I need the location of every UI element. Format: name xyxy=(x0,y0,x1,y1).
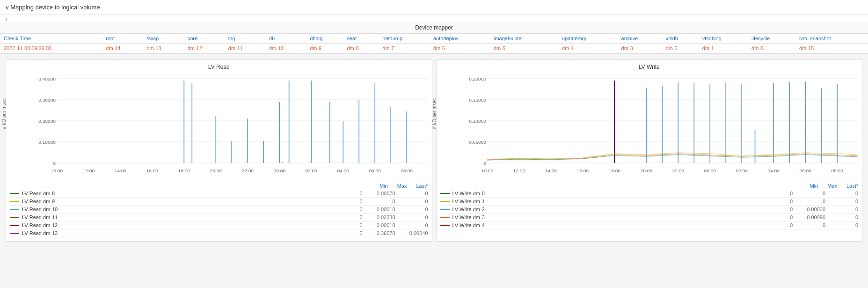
col-header-check_time: Check Time xyxy=(0,34,102,44)
legend-values: 0 0.00030 0 xyxy=(769,207,858,212)
cell-root: dm-14 xyxy=(102,44,143,53)
cell-autodeploy: dm-6 xyxy=(430,44,490,53)
legend-values: 0 0.00010 0 xyxy=(339,222,428,228)
legend-label: LV Write dm-3 xyxy=(452,214,485,220)
svg-text:14:00: 14:00 xyxy=(545,169,557,173)
cell-db: dm-10 xyxy=(265,44,306,53)
legend-values: 0 0 0 xyxy=(769,191,858,196)
legend-item: LV Write dm-3 0 0.00090 0 xyxy=(440,214,859,222)
legend-values: 0 0 0 xyxy=(339,199,428,204)
legend-max: 0.00010 xyxy=(372,222,395,228)
cell-seat: dm-8 xyxy=(343,44,379,53)
svg-text:18:00: 18:00 xyxy=(178,169,190,173)
legend-label-group: LV Write dm-2 xyxy=(440,207,485,212)
legend-min: 0 xyxy=(769,214,793,220)
legend-min: 0 xyxy=(339,191,363,196)
legend-label-group: LV Write dm-1 xyxy=(440,199,485,204)
legend-color-line xyxy=(440,193,450,194)
col-header-swap: swap xyxy=(143,34,183,44)
lv-write-legend-header: Min Max Last* xyxy=(440,182,859,190)
legend-item: LV Read dm-12 0 0.00010 0 xyxy=(10,222,428,229)
legend-color-line xyxy=(440,201,450,202)
legend-item: LV Read dm-13 0 0.36070 0.00040 xyxy=(10,229,428,237)
lv-write-title: LV Write xyxy=(440,64,859,70)
legend-max: 0 xyxy=(802,199,825,204)
legend-label-group: LV Write dm-0 xyxy=(440,191,485,196)
svg-text:10:00: 10:00 xyxy=(481,169,493,173)
info-icon: i xyxy=(6,16,7,22)
legend-values: 0 0 0 xyxy=(769,222,858,228)
legend-item: LV Read dm-8 0 0.00070 0 xyxy=(10,190,428,198)
svg-text:16:00: 16:00 xyxy=(146,169,159,173)
legend-last: 0 xyxy=(405,214,428,220)
legend-min: 0 xyxy=(769,191,793,196)
col-header-seat: seat xyxy=(343,34,379,44)
lv-read-last-header: Last* xyxy=(416,183,428,189)
legend-item: LV Read dm-9 0 0 0 xyxy=(10,198,428,206)
svg-text:08:00: 08:00 xyxy=(401,169,413,173)
legend-item: LV Write dm-0 0 0 0 xyxy=(440,190,859,198)
lv-read-svg: 0.40000 0.30000 0.20000 0.10000 0 10:00 … xyxy=(36,74,428,177)
svg-text:04:00: 04:00 xyxy=(337,169,349,173)
svg-text:0.20000: 0.20000 xyxy=(469,77,486,81)
lv-read-max-header: Max xyxy=(397,183,407,189)
cell-archive: dm-3 xyxy=(618,44,662,53)
col-header-autodeploy: autodeploy xyxy=(430,34,490,44)
legend-label: LV Read dm-12 xyxy=(22,222,58,228)
svg-text:02:00: 02:00 xyxy=(305,169,317,173)
legend-color-line xyxy=(10,233,19,234)
svg-text:00:00: 00:00 xyxy=(273,169,285,173)
cell-core: dm-12 xyxy=(184,44,225,53)
svg-text:22:00: 22:00 xyxy=(241,169,254,173)
legend-label-group: LV Write dm-3 xyxy=(440,214,485,220)
cell-dblog: dm-9 xyxy=(306,44,343,53)
legend-min: 0 xyxy=(769,199,793,204)
device-mapper-table: Check Timerootswapcorelogdbdblogseatnetd… xyxy=(0,33,868,53)
svg-text:0.10000: 0.10000 xyxy=(469,119,486,124)
device-mapper-header: Device mapper xyxy=(0,22,868,33)
lv-write-y-label: # I/O per msec xyxy=(432,98,437,129)
legend-item: LV Read dm-10 0 0.00010 0 xyxy=(10,206,428,214)
legend-label: LV Write dm-2 xyxy=(452,207,485,212)
legend-min: 0 xyxy=(339,199,363,204)
legend-last: 0 xyxy=(405,207,428,212)
legend-label-group: LV Read dm-13 xyxy=(10,230,58,236)
cell-lvm_snapshot: dm-15 xyxy=(795,44,868,53)
col-header-archive: archive xyxy=(618,34,662,44)
svg-text:0: 0 xyxy=(483,161,486,166)
svg-text:0.05000: 0.05000 xyxy=(469,140,486,145)
legend-color-line xyxy=(10,225,19,226)
table-section: Device mapper Check Timerootswapcorelogd… xyxy=(0,22,868,54)
lv-write-svg: 0.20000 0.15000 0.10000 0.05000 0 10:00 … xyxy=(466,74,859,177)
lv-write-chart: LV Write # I/O per msec 0.20000 0.15000 … xyxy=(436,59,863,242)
cell-updatemgr: dm-4 xyxy=(558,44,618,53)
legend-color-line xyxy=(10,201,19,202)
svg-text:18:00: 18:00 xyxy=(608,169,620,173)
col-header-netdump: netdump xyxy=(379,34,430,44)
lv-write-legend: Min Max Last* LV Write dm-0 0 0 0 LV Wri… xyxy=(440,182,859,229)
legend-values: 0 0.36070 0.00040 xyxy=(339,230,428,236)
header-title: v Mapping device to logical volume xyxy=(6,4,862,11)
legend-label-group: LV Read dm-9 xyxy=(10,199,55,204)
collapse-icon[interactable]: v xyxy=(6,4,9,11)
legend-item: LV Write dm-1 0 0 0 xyxy=(440,198,859,206)
legend-label-group: LV Read dm-8 xyxy=(10,191,55,196)
legend-values: 0 0.00010 0 xyxy=(339,207,428,212)
legend-label: LV Write dm-4 xyxy=(452,222,485,228)
legend-last: 0 xyxy=(835,199,858,204)
svg-text:02:00: 02:00 xyxy=(736,169,748,173)
legend-min: 0 xyxy=(339,214,363,220)
legend-label: LV Read dm-8 xyxy=(22,191,55,196)
col-header-vtsdblog: vtsdblog xyxy=(699,34,748,44)
legend-max: 0.00030 xyxy=(802,207,825,212)
svg-text:20:00: 20:00 xyxy=(210,169,222,173)
lv-read-min-header: Min xyxy=(379,183,388,189)
info-row: i xyxy=(0,15,868,22)
legend-max: 0 xyxy=(802,222,825,228)
lv-read-wrapper: # I/O per msec 0.40000 0.30000 0.20000 0… xyxy=(10,74,428,178)
legend-min: 0 xyxy=(769,222,793,228)
cell-imagebuilder: dm-5 xyxy=(490,44,558,53)
table-header-row: Check Timerootswapcorelogdbdblogseatnetd… xyxy=(0,34,868,44)
legend-item: LV Read dm-11 0 0.02330 0 xyxy=(10,214,428,222)
svg-text:0: 0 xyxy=(53,161,56,166)
